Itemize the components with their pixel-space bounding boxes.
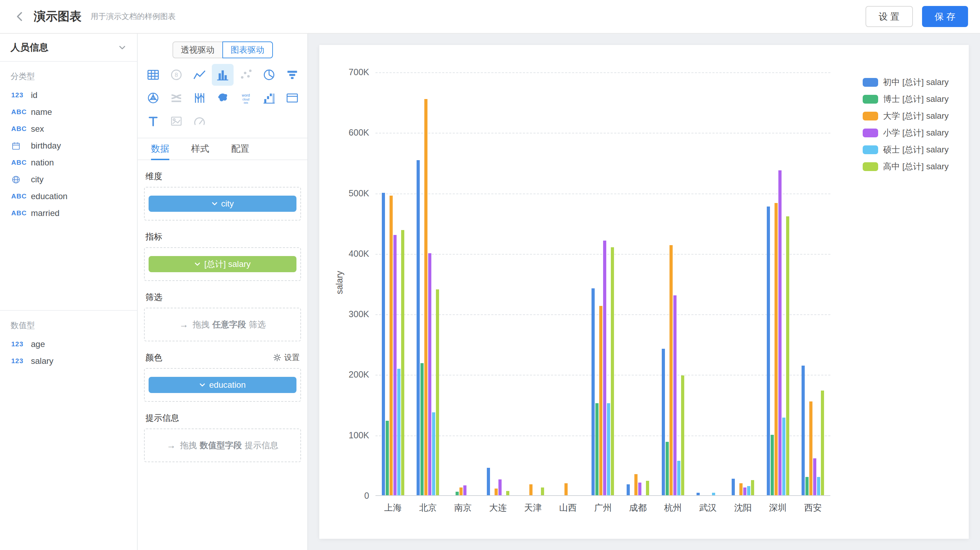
field-item-id[interactable]: 123id [0, 87, 137, 103]
bar[interactable] [611, 247, 614, 495]
bar[interactable] [529, 484, 533, 495]
bar[interactable] [813, 458, 816, 495]
bar[interactable] [390, 196, 393, 495]
field-item-married[interactable]: ABCmarried [0, 205, 137, 222]
bar[interactable] [603, 241, 606, 495]
bar[interactable] [401, 230, 404, 495]
save-button[interactable]: 保 存 [922, 6, 968, 27]
legend-item[interactable]: 博士 [总计] salary [863, 91, 949, 108]
bar[interactable] [565, 483, 568, 495]
tab-style[interactable]: 样式 [191, 138, 209, 160]
tooltip-dropzone[interactable]: → 拖拽数值型字段提示信息 [144, 429, 301, 462]
bar[interactable] [778, 170, 781, 495]
filter-dropzone[interactable]: → 拖拽任意字段筛选 [144, 308, 301, 342]
waterfall-chart-icon[interactable] [258, 87, 280, 109]
bar[interactable] [541, 488, 544, 495]
field-item-city[interactable]: city [0, 171, 137, 188]
bar[interactable] [432, 412, 435, 495]
legend-item[interactable]: 硕士 [总计] salary [863, 141, 949, 158]
bar[interactable] [662, 349, 665, 495]
field-item-name[interactable]: ABCname [0, 103, 137, 121]
bar[interactable] [712, 493, 715, 495]
tab-config[interactable]: 配置 [231, 138, 250, 160]
bar[interactable] [627, 484, 630, 495]
table-chart-icon[interactable] [142, 64, 164, 86]
text-chart-icon[interactable] [142, 110, 164, 132]
wordcloud-chart-icon[interactable]: wordclouddata [235, 87, 257, 109]
bar[interactable] [595, 403, 598, 495]
bar[interactable] [417, 160, 420, 495]
bar[interactable] [599, 306, 602, 495]
iframe-chart-icon[interactable] [282, 87, 303, 109]
bar[interactable] [428, 253, 431, 495]
bar[interactable] [802, 366, 805, 495]
bar[interactable] [638, 483, 641, 495]
bar[interactable] [420, 363, 423, 495]
bar-chart-icon[interactable] [212, 64, 234, 86]
bar[interactable] [607, 403, 610, 495]
bar[interactable] [782, 418, 785, 495]
field-item-sex[interactable]: ABCsex [0, 121, 137, 137]
legend-item[interactable]: 小学 [总计] salary [863, 124, 949, 141]
bar[interactable] [747, 486, 750, 495]
pie-chart-icon[interactable] [258, 64, 280, 86]
bar[interactable] [817, 477, 820, 495]
bar[interactable] [809, 401, 813, 495]
data-source-selector[interactable]: 人员信息 [0, 34, 137, 62]
radar-chart-icon[interactable] [142, 87, 164, 109]
legend-item[interactable]: 大学 [总计] salary [863, 108, 949, 124]
color-dropzone[interactable]: education [144, 368, 301, 402]
parallel-chart-icon[interactable] [189, 87, 210, 109]
bar[interactable] [805, 477, 808, 495]
bar[interactable] [743, 488, 746, 495]
metric-pill-salary[interactable]: [总计] salary [149, 256, 296, 272]
bar[interactable] [646, 481, 649, 495]
funnel-chart-icon[interactable] [282, 64, 303, 86]
bar[interactable] [456, 492, 459, 495]
dimension-pill-city[interactable]: city [149, 196, 296, 212]
field-item-education[interactable]: ABCeducation [0, 188, 137, 205]
bar[interactable] [487, 468, 490, 495]
bar[interactable] [634, 474, 638, 495]
bar[interactable] [681, 375, 684, 495]
bar[interactable] [424, 99, 428, 495]
tab-data[interactable]: 数据 [151, 138, 169, 160]
bar[interactable] [673, 296, 676, 495]
metric-dropzone[interactable]: [总计] salary [144, 247, 301, 281]
color-pill-education[interactable]: education [149, 377, 296, 393]
bar[interactable] [436, 289, 439, 495]
bar[interactable] [498, 479, 501, 495]
bar[interactable] [740, 483, 743, 495]
bar[interactable] [670, 245, 673, 495]
field-item-age[interactable]: 123age [0, 336, 137, 353]
bar[interactable] [386, 421, 389, 495]
map-chart-icon[interactable] [212, 87, 234, 109]
bar[interactable] [767, 207, 770, 495]
dimension-dropzone[interactable]: city [144, 187, 301, 221]
bar[interactable] [592, 288, 595, 495]
bar[interactable] [460, 488, 463, 495]
field-item-birthday[interactable]: birthday [0, 137, 137, 154]
bar[interactable] [463, 485, 466, 495]
bar[interactable] [821, 391, 824, 495]
bar[interactable] [677, 461, 680, 495]
bar[interactable] [397, 369, 401, 495]
field-item-nation[interactable]: ABCnation [0, 154, 137, 171]
tab-pivot-driven[interactable]: 透视驱动 [172, 41, 223, 58]
bar[interactable] [732, 479, 735, 495]
bar[interactable] [495, 488, 498, 495]
back-button[interactable] [12, 8, 28, 25]
bar[interactable] [697, 493, 700, 495]
color-settings-button[interactable]: 设置 [273, 352, 300, 363]
tab-chart-driven[interactable]: 图表驱动 [222, 41, 273, 58]
bar[interactable] [506, 491, 509, 495]
bar[interactable] [666, 442, 669, 495]
bar[interactable] [786, 216, 789, 495]
settings-button[interactable]: 设 置 [865, 6, 913, 27]
bar[interactable] [771, 435, 774, 495]
legend-item[interactable]: 高中 [总计] salary [863, 158, 949, 175]
field-item-salary[interactable]: 123salary [0, 353, 137, 369]
line-chart-icon[interactable] [189, 64, 210, 86]
legend-item[interactable]: 初中 [总计] salary [863, 74, 949, 91]
bar[interactable] [751, 480, 754, 495]
